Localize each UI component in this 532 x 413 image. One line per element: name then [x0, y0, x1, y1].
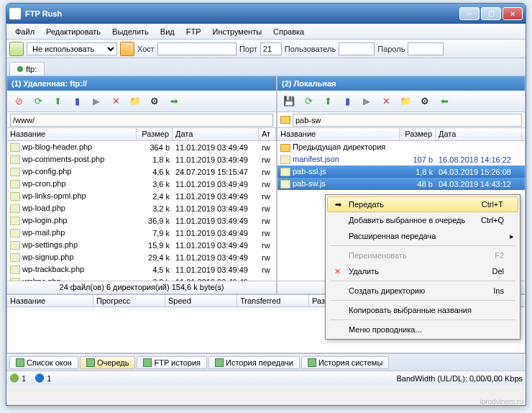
local-path-input[interactable] — [293, 114, 522, 127]
cm-copy-names[interactable]: Копировать выбранные названия — [327, 302, 518, 318]
file-row[interactable]: wp-load.php3,2 k11.01.2019 03:49:49rw — [7, 202, 276, 214]
file-row[interactable]: wp-cron.php3,6 k11.01.2019 03:49:49rw — [7, 178, 276, 190]
bandwidth-label: BandWidth (UL/DL): 0,00/0,00 Kbps — [397, 374, 523, 383]
col-date[interactable]: Дата — [436, 128, 522, 140]
menu-select[interactable]: Выделить — [106, 25, 155, 38]
col-size[interactable]: Размер — [400, 128, 436, 140]
host-input[interactable] — [157, 42, 237, 55]
separator — [330, 281, 515, 281]
app-icon — [9, 8, 21, 19]
list-icon — [16, 358, 24, 367]
bookmark-icon[interactable]: ▮ — [68, 93, 86, 110]
file-row[interactable]: wp-config.php4,6 k24.07.2019 15:15:47rw — [7, 165, 276, 178]
col-size[interactable]: Размер — [137, 128, 173, 140]
col-date[interactable]: Дата — [173, 128, 259, 140]
file-icon — [10, 180, 20, 189]
minimize-button[interactable]: ─ — [459, 7, 480, 20]
parent-dir-row[interactable]: Предыдущая директория — [278, 141, 525, 153]
local-pane-header[interactable]: (2) Локальная — [278, 76, 525, 91]
host-label: Хост — [137, 45, 155, 53]
menu-file[interactable]: Файл — [9, 25, 40, 38]
refresh-icon[interactable]: ⟳ — [29, 93, 47, 110]
file-row[interactable]: wp-links-opml.php2,4 k11.01.2019 03:49:4… — [7, 190, 276, 202]
menu-edit[interactable]: Редактировать — [40, 25, 106, 38]
menu-ftp[interactable]: FTP — [180, 25, 207, 38]
tab-system-history[interactable]: История системы — [301, 356, 389, 369]
play-icon[interactable]: ▶ — [358, 93, 375, 110]
refresh-icon[interactable]: ⟳ — [300, 93, 317, 110]
tab-windows[interactable]: Список окон — [9, 356, 78, 369]
file-row[interactable]: wp-settings.php15,9 k11.01.2019 03:49:49… — [7, 239, 276, 251]
file-row[interactable]: pab-sw.js48 b04.03.2019 14:43:12 — [278, 178, 525, 190]
tab-transfer-history[interactable]: История передачи — [208, 356, 300, 369]
status-dot-icon — [17, 66, 23, 72]
file-row[interactable]: wp-mail.php7,9 k11.01.2019 03:49:49rw — [7, 227, 276, 239]
tab-label: ftp: — [26, 65, 37, 73]
user-input[interactable] — [339, 42, 375, 55]
qcol-speed[interactable]: Speed — [165, 295, 237, 307]
remote-toolbar: ⊘ ⟳ ⬆ ▮ ▶ ✕ 📁 ⚙ ➡ — [7, 91, 276, 112]
cm-transfer[interactable]: ➡ Передать Ctrl+T — [327, 196, 518, 212]
menu-tools[interactable]: Инструменты — [206, 25, 267, 38]
separator — [330, 245, 515, 246]
file-row[interactable]: xmlrpc.php3,0 k11.01.2019 03:49:49rw — [7, 276, 276, 281]
file-icon — [10, 229, 20, 237]
col-attr[interactable]: Ат — [259, 128, 276, 140]
disconnect-icon[interactable]: ⊘ — [10, 93, 27, 110]
remote-pane-header[interactable]: (1) Удаленная: ftp:// — [7, 76, 276, 91]
qcol-transferred[interactable]: Transferred — [237, 295, 309, 307]
transfer-icon[interactable]: ⬅ — [436, 93, 453, 110]
folder-icon[interactable]: 📁 — [127, 93, 144, 110]
file-row[interactable]: wp-login.php36,9 k11.01.2019 03:49:49rw — [7, 214, 276, 227]
close-button[interactable]: ✕ — [503, 7, 523, 20]
up-icon[interactable]: ⬆ — [49, 93, 66, 110]
profile-select[interactable]: Не использовать — [27, 42, 117, 55]
up-icon[interactable]: ⬆ — [319, 93, 336, 110]
file-row[interactable]: manifest.json107 b16.08.2018 14:16:22 — [278, 153, 525, 165]
tab-ftp-history[interactable]: FTP история — [137, 356, 207, 369]
folder-icon[interactable]: 📁 — [397, 93, 414, 110]
qcol-name[interactable]: Название — [7, 295, 93, 307]
cm-mkdir[interactable]: Создать директорию Ins — [327, 283, 518, 299]
options-icon[interactable]: ⚙ — [146, 93, 163, 110]
remote-file-list[interactable]: wp-blog-header.php364 b11.01.2019 03:49:… — [7, 141, 276, 281]
menubar: Файл Редактировать Выделить Вид FTP Инст… — [6, 24, 526, 40]
connection-tabs: ftp: — [6, 58, 526, 76]
menu-view[interactable]: Вид — [155, 25, 180, 38]
options-icon[interactable]: ⚙ — [416, 93, 434, 110]
delete-icon: ✕ — [331, 266, 343, 277]
pass-input[interactable] — [408, 42, 444, 55]
cm-queue[interactable]: Добавить выбранное в очередь Ctrl+Q — [327, 212, 518, 228]
cm-advanced[interactable]: Расширенная передача ▸ — [327, 228, 518, 244]
menu-help[interactable]: Справка — [267, 25, 310, 38]
drives-icon[interactable]: 💾 — [280, 93, 298, 110]
status-value-2: 1 — [47, 374, 51, 383]
play-icon[interactable]: ▶ — [88, 93, 105, 110]
titlebar[interactable]: FTP Rush ─ ☐ ✕ — [6, 4, 526, 24]
port-input[interactable] — [260, 42, 282, 55]
transfer-icon[interactable]: ➡ — [165, 93, 183, 110]
new-connection-icon[interactable] — [9, 42, 24, 56]
file-row[interactable]: wp-trackback.php4,5 k11.01.2019 03:49:49… — [7, 263, 276, 276]
file-row[interactable]: wp-blog-header.php364 b11.01.2019 03:49:… — [7, 141, 276, 153]
delete-icon[interactable]: ✕ — [107, 93, 124, 110]
file-icon — [10, 217, 20, 225]
connect-icon[interactable] — [120, 42, 134, 56]
bookmark-icon[interactable]: ▮ — [339, 93, 356, 110]
maximize-button[interactable]: ☐ — [481, 7, 501, 20]
cm-delete[interactable]: ✕ Удалить Del — [327, 263, 518, 279]
cm-explorer[interactable]: Меню проводника... — [327, 322, 518, 337]
tab-queue[interactable]: Очередь — [80, 356, 136, 369]
remote-path-input[interactable] — [10, 114, 273, 127]
file-icon — [10, 155, 20, 164]
qcol-progress[interactable]: Прогресс — [93, 295, 165, 307]
history-icon — [215, 358, 224, 367]
file-row[interactable]: wp-comments-post.php1,8 k11.01.2019 03:4… — [7, 153, 276, 165]
col-name[interactable]: Название — [278, 128, 400, 140]
col-name[interactable]: Название — [7, 128, 137, 140]
delete-icon[interactable]: ✕ — [377, 93, 395, 110]
indicator-icon: 🔵 — [35, 373, 45, 384]
file-row[interactable]: pab-ssl.js1,8 k04.03.2019 15:26:08 — [278, 165, 525, 178]
file-row[interactable]: wp-signup.php29,4 k11.01.2019 03:49:49rw — [7, 251, 276, 263]
connection-tab[interactable]: ftp: — [9, 62, 45, 76]
